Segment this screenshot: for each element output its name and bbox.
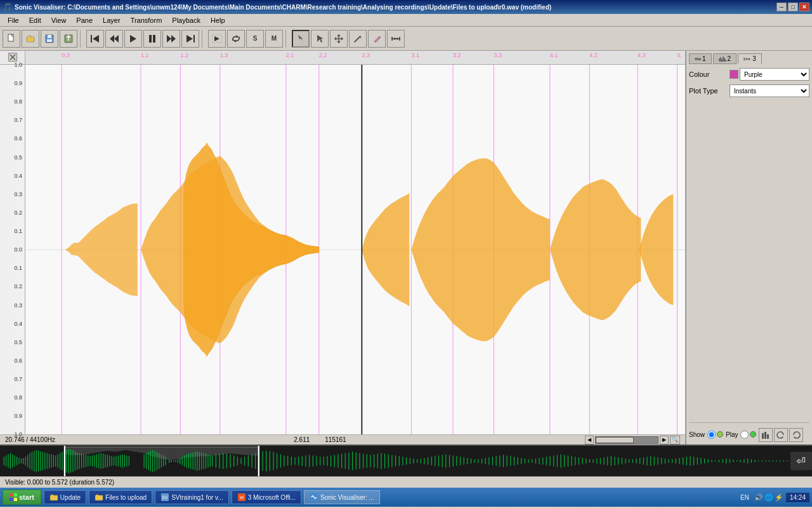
show-radio[interactable] — [707, 431, 716, 439]
mono-button[interactable]: M — [265, 30, 283, 48]
save-button[interactable] — [41, 30, 58, 48]
svg-marker-23 — [374, 36, 381, 43]
plot-type-select[interactable]: Instants Segments Points — [730, 84, 809, 97]
app-icon-svtraining: SV — [160, 493, 169, 502]
svg-rect-181 — [302, 456, 303, 465]
minimize-button[interactable]: ─ — [776, 3, 787, 11]
waveform-tab-icon — [695, 56, 701, 62]
menu-item-file[interactable]: File — [3, 15, 24, 25]
menu-item-edit[interactable]: Edit — [24, 15, 46, 25]
svg-rect-196 — [356, 453, 357, 470]
pause-button[interactable] — [143, 30, 161, 48]
svg-rect-86 — [47, 453, 48, 469]
solo-button[interactable]: S — [246, 30, 264, 48]
horizontal-scrollbar[interactable]: ◀ ▶ 🔍 — [585, 436, 680, 444]
menu-item-view[interactable]: View — [46, 15, 72, 25]
svg-rect-151 — [201, 453, 202, 470]
start-button[interactable]: start — [3, 490, 41, 505]
position-time: 2.611 — [294, 436, 310, 443]
menu-item-layer[interactable]: Layer — [98, 15, 126, 25]
svg-rect-184 — [313, 455, 313, 466]
y-label-16: 0.6 — [14, 358, 22, 364]
play-selection-button[interactable] — [208, 30, 226, 48]
close-pane-button[interactable] — [8, 53, 17, 62]
svg-marker-14 — [167, 35, 171, 43]
export-button[interactable] — [60, 30, 77, 48]
fast-forward-button[interactable] — [162, 30, 180, 48]
svg-marker-9 — [114, 35, 119, 43]
play-dot-indicator — [750, 431, 756, 438]
y-label-18: 0.8 — [14, 394, 22, 401]
erase-tool-button[interactable] — [368, 30, 386, 48]
menu-item-help[interactable]: Help — [206, 15, 230, 25]
scroll-thumb[interactable] — [596, 437, 634, 443]
svg-rect-190 — [334, 455, 335, 467]
svg-rect-240 — [514, 457, 514, 465]
ruler-label-2: 1.2 — [180, 52, 188, 58]
svg-rect-274 — [636, 458, 636, 464]
svg-text:⏎: ⏎ — [796, 455, 806, 466]
spin-right-icon-btn[interactable] — [789, 428, 803, 442]
scroll-right-button[interactable]: ▶ — [660, 436, 669, 444]
ruler-label-0: 0.3 — [62, 52, 70, 58]
rewind-button[interactable] — [105, 30, 123, 48]
svg-rect-177 — [287, 456, 288, 465]
svg-rect-79 — [32, 452, 32, 471]
svg-rect-89 — [53, 455, 54, 467]
svg-rect-246 — [535, 458, 536, 464]
menu-item-pane[interactable]: Pane — [71, 15, 98, 25]
new-button[interactable] — [3, 30, 20, 48]
maximize-button[interactable]: □ — [788, 3, 798, 11]
scroll-track[interactable] — [595, 436, 658, 444]
svg-rect-139 — [175, 460, 176, 462]
play-label[interactable]: Play — [726, 431, 756, 439]
waveform-panel: 0.31.11.21.32.12.22.33.13.23.34.14.24.35… — [0, 51, 685, 444]
menu-item-transform[interactable]: Transform — [126, 15, 167, 25]
svg-rect-236 — [499, 455, 500, 466]
taskbar-item-files[interactable]: Files to upload — [89, 490, 152, 504]
svg-rect-213 — [417, 459, 417, 463]
taskbar-item-sv-training[interactable]: SV SVtraining1 for v... — [155, 490, 229, 504]
svg-rect-313 — [776, 460, 776, 462]
move-tool-button[interactable] — [330, 30, 348, 48]
svg-rect-243 — [525, 458, 525, 464]
svg-rect-280 — [657, 457, 658, 465]
svg-rect-168 — [255, 453, 256, 469]
svg-rect-117 — [114, 457, 114, 465]
svg-rect-112 — [103, 453, 103, 468]
measure-tool-button[interactable] — [387, 30, 405, 48]
waveform-view[interactable] — [25, 65, 685, 434]
svg-line-22 — [354, 42, 355, 43]
rewind-start-button[interactable] — [86, 30, 104, 48]
svg-rect-239 — [510, 456, 511, 465]
svg-rect-90 — [55, 455, 56, 466]
ruler-label-8: 3.2 — [453, 52, 461, 58]
overview-bar[interactable]: ⏎ — [0, 444, 812, 476]
zoom-out-button[interactable]: 🔍 — [670, 436, 680, 444]
draw-tool-button[interactable] — [349, 30, 367, 48]
panel-tab-2[interactable]: 2 — [713, 53, 737, 64]
svg-rect-68 — [8, 454, 8, 467]
svg-rect-182 — [305, 455, 306, 466]
svg-rect-127 — [148, 452, 148, 471]
close-button[interactable]: ✕ — [799, 3, 809, 11]
colour-select[interactable]: Purple Red Green Blue — [740, 68, 809, 81]
taskbar-item-sv-training-label: SVtraining1 for v... — [171, 494, 223, 501]
panel-tab-3[interactable]: 3 — [738, 53, 762, 64]
taskbar-item-update[interactable]: Update — [44, 490, 86, 504]
open-button[interactable] — [22, 30, 39, 48]
spin-left-icon-btn[interactable] — [774, 428, 788, 442]
play-button[interactable] — [124, 30, 142, 48]
navigate-tool-button[interactable] — [292, 30, 310, 48]
play-radio[interactable] — [740, 431, 749, 439]
panel-tab-1[interactable]: 1 — [689, 53, 712, 64]
taskbar-item-sonic-visualiser[interactable]: Sonic Visualiser: ... — [304, 490, 380, 504]
select-tool-button[interactable] — [311, 30, 329, 48]
loop-button[interactable] — [227, 30, 245, 48]
scroll-left-button[interactable]: ◀ — [585, 436, 594, 444]
menu-item-playback[interactable]: Playback — [167, 15, 206, 25]
fast-forward-end-button[interactable] — [181, 30, 199, 48]
show-label[interactable]: Show — [689, 431, 723, 439]
meter-icon-btn[interactable] — [759, 428, 773, 442]
taskbar-item-office[interactable]: W 3 Microsoft Offi... — [232, 490, 301, 504]
